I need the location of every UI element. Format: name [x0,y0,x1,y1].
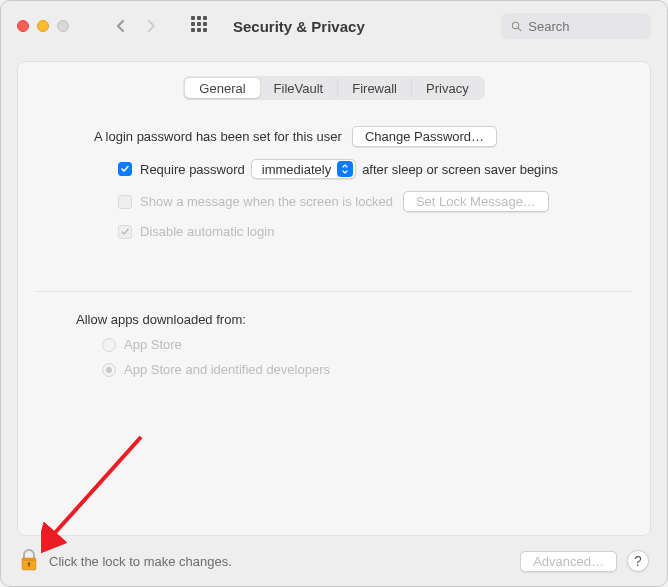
zoom-window-button [57,20,69,32]
tab-privacy[interactable]: Privacy [412,78,483,98]
advanced-button: Advanced… [520,551,617,572]
change-password-button[interactable]: Change Password… [352,126,497,147]
close-window-button[interactable] [17,20,29,32]
nav-arrows [107,14,165,38]
lock-icon[interactable] [19,549,39,573]
tab-firewall[interactable]: Firewall [338,78,412,98]
window-title: Security & Privacy [233,18,365,35]
forward-button [137,14,165,38]
login-section: A login password has been set for this u… [18,100,650,251]
window-controls [17,20,69,32]
lock-hint-text: Click the lock to make changes. [49,554,232,569]
titlebar: Security & Privacy [1,1,667,51]
allow-identified-radio [102,363,116,377]
chevron-updown-icon [337,161,353,177]
tab-general[interactable]: General [185,78,259,98]
require-password-delay-value: immediately [262,162,331,177]
search-input[interactable] [528,19,641,34]
show-message-label: Show a message when the screen is locked [140,194,393,209]
allow-identified-label: App Store and identified developers [124,362,330,377]
require-password-checkbox[interactable] [118,162,132,176]
svg-rect-3 [22,558,36,561]
require-password-delay-select[interactable]: immediately [251,159,356,179]
search-icon [511,20,522,33]
allow-appstore-radio [102,338,116,352]
login-password-text: A login password has been set for this u… [94,129,342,144]
show-message-checkbox [118,195,132,209]
footer: Click the lock to make changes. Advanced… [1,536,667,586]
preferences-window: Security & Privacy General FileVault Fir… [0,0,668,587]
require-password-label-pre: Require password [140,162,245,177]
allow-apps-section: Allow apps downloaded from: App Store Ap… [18,292,650,377]
minimize-window-button[interactable] [37,20,49,32]
show-all-icon[interactable] [191,16,211,36]
require-password-label-post: after sleep or screen saver begins [362,162,558,177]
tab-filevault[interactable]: FileVault [260,78,339,98]
allow-apps-heading: Allow apps downloaded from: [76,312,622,327]
disable-auto-login-checkbox [118,225,132,239]
svg-line-1 [518,27,521,30]
tab-bar: General FileVault Firewall Privacy [183,76,484,100]
search-field[interactable] [501,13,651,39]
content-panel: General FileVault Firewall Privacy A log… [17,61,651,536]
set-lock-message-button: Set Lock Message… [403,191,549,212]
svg-rect-5 [28,564,29,567]
back-button[interactable] [107,14,135,38]
disable-auto-login-label: Disable automatic login [140,224,274,239]
allow-appstore-label: App Store [124,337,182,352]
help-button[interactable]: ? [627,550,649,572]
